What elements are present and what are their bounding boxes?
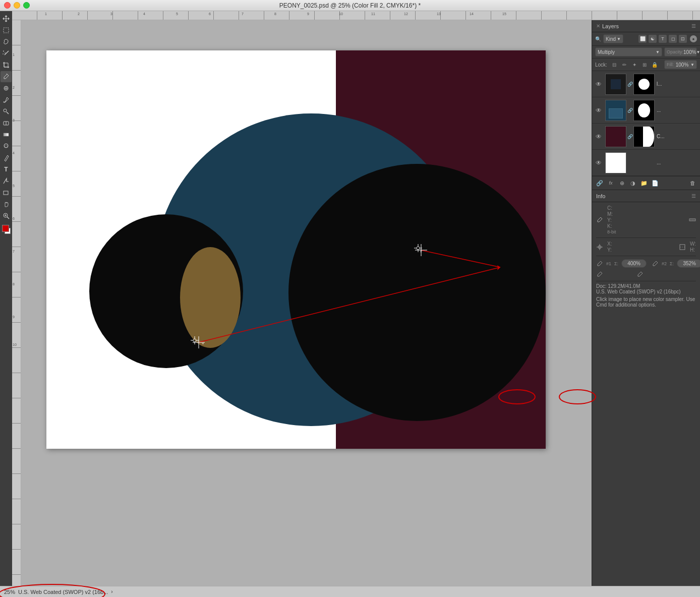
layers-panel-icons: ☰ bbox=[691, 23, 696, 29]
window-controls[interactable] bbox=[4, 2, 30, 9]
filter-pixel-icon[interactable]: ⬜ bbox=[638, 35, 647, 43]
info-m-label: M: bbox=[607, 211, 613, 217]
info-ruler-icon bbox=[689, 205, 696, 234]
tool-zoom[interactable] bbox=[1, 210, 12, 221]
info-color-section: C: M: Y: K: bbox=[596, 205, 696, 234]
lock-all-icon[interactable]: 🔒 bbox=[651, 61, 659, 69]
layer-link-3: 🔗 bbox=[627, 134, 632, 139]
svg-point-13 bbox=[4, 109, 7, 112]
tool-eyedropper[interactable] bbox=[1, 71, 12, 82]
tool-clone[interactable] bbox=[1, 106, 12, 117]
layer-row[interactable]: 👁 🔗 l... bbox=[592, 71, 700, 97]
canvas-area[interactable]: + bbox=[21, 20, 592, 597]
tool-hand[interactable] bbox=[1, 199, 12, 210]
fill-control[interactable]: Fill: 100% ▼ bbox=[664, 60, 697, 69]
fill-value: 100% bbox=[676, 62, 689, 68]
info-tip-text: Click image to place new color sampler. … bbox=[596, 296, 695, 308]
layer-row[interactable]: 👁 🔗 ... bbox=[592, 150, 700, 176]
info-x-label: X: bbox=[607, 241, 612, 247]
lock-move-icon[interactable]: ✦ bbox=[630, 61, 638, 69]
collapse-icon[interactable]: ✕ bbox=[596, 23, 600, 29]
blend-mode-row: Multiply ▼ Opacity: 100% ▼ bbox=[592, 46, 700, 58]
tool-pen[interactable] bbox=[1, 152, 12, 163]
layers-filter-row: 🔍 Kind ▼ ⬜ ☯ T ◻ ⊡ ● bbox=[592, 32, 700, 46]
layer-adjustment-icon[interactable]: ◑ bbox=[628, 178, 637, 188]
filter-smart-icon[interactable]: ⊡ bbox=[679, 35, 687, 43]
layers-bottom-toolbar: 🔗 fx ⊕ ◑ 📁 📄 🗑 bbox=[592, 176, 700, 190]
window-title: PEONY_0025.psd @ 25% (Color Fill 2, CMYK… bbox=[279, 2, 421, 9]
blend-mode-dropdown[interactable]: Multiply ▼ bbox=[595, 47, 662, 56]
layer-fx-icon[interactable]: fx bbox=[606, 178, 615, 188]
lock-pixels-icon[interactable]: ⊟ bbox=[610, 61, 618, 69]
tool-brush[interactable] bbox=[1, 94, 12, 105]
tool-heal[interactable] bbox=[1, 83, 12, 94]
layer-row[interactable]: 👁 🔗 ... bbox=[592, 97, 700, 124]
sampler1-number: #1 bbox=[606, 261, 611, 266]
filter-toggle[interactable]: ● bbox=[690, 35, 697, 42]
tool-magic-wand[interactable] bbox=[1, 48, 12, 59]
layer-visibility-4[interactable]: 👁 bbox=[594, 158, 603, 167]
sampler2-sigma: Σ: bbox=[670, 261, 674, 266]
layer-visibility-1[interactable]: 👁 bbox=[594, 80, 603, 89]
kind-dropdown-arrow: ▼ bbox=[617, 37, 621, 41]
blend-mode-value: Multiply bbox=[598, 49, 615, 55]
info-menu-icon[interactable]: ☰ bbox=[691, 193, 696, 199]
layer-link-bottom-icon[interactable]: 🔗 bbox=[595, 178, 604, 188]
close-button[interactable] bbox=[4, 2, 11, 9]
layer-name-3: C... bbox=[657, 134, 698, 139]
info-wh-icon bbox=[679, 241, 686, 253]
layer-row[interactable]: 👁 🔗 C... bbox=[592, 124, 700, 150]
lock-artboard-icon[interactable]: ⊞ bbox=[640, 61, 649, 69]
sampler2-value: 352% bbox=[677, 259, 700, 268]
info-color-values: C: M: Y: K: bbox=[607, 205, 616, 234]
layer-group-icon[interactable]: 📁 bbox=[639, 178, 649, 188]
layer-visibility-2[interactable]: 👁 bbox=[594, 106, 603, 115]
layer-mask-circle-icon[interactable]: ⊕ bbox=[617, 178, 626, 188]
info-position-section: X: Y: W: H: bbox=[596, 237, 696, 253]
layers-panel-title: Layers bbox=[602, 23, 619, 29]
tool-shape[interactable] bbox=[1, 187, 12, 198]
kind-dropdown[interactable]: Kind ▼ bbox=[603, 34, 623, 43]
info-bit-label: 8-bit bbox=[607, 229, 616, 234]
search-icon: 🔍 bbox=[595, 36, 601, 42]
tool-eraser[interactable] bbox=[1, 117, 12, 129]
color-chips[interactable] bbox=[1, 224, 12, 235]
layer-name-1: l... bbox=[657, 81, 698, 87]
layers-panel: ✕ Layers ☰ 🔍 Kind ▼ bbox=[592, 20, 700, 190]
tool-move[interactable] bbox=[1, 13, 12, 24]
lock-position-icon[interactable]: ✏ bbox=[620, 61, 628, 69]
svg-rect-16 bbox=[4, 133, 9, 136]
tool-crop[interactable] bbox=[1, 59, 12, 71]
tool-type[interactable]: T bbox=[1, 164, 12, 175]
layer-create-icon[interactable]: 📄 bbox=[651, 178, 660, 188]
layer-delete-icon[interactable]: 🗑 bbox=[688, 178, 697, 188]
filter-text-icon[interactable]: T bbox=[659, 35, 667, 43]
horizontal-ruler: 1 2 3 4 5 6 7 8 9 10 11 12 13 14 15 bbox=[12, 11, 700, 20]
layer-visibility-3[interactable]: 👁 bbox=[594, 132, 603, 141]
shape-gold bbox=[180, 247, 241, 348]
layers-menu-icon[interactable]: ☰ bbox=[691, 23, 696, 29]
info-k-label: K: bbox=[607, 223, 612, 229]
layer-thumb-3 bbox=[605, 126, 626, 147]
info-panel-title: Info bbox=[596, 193, 605, 199]
tool-lasso[interactable] bbox=[1, 36, 12, 47]
tool-gradient[interactable] bbox=[1, 129, 12, 140]
info-samplers-icons-row bbox=[596, 271, 696, 278]
layer-thumb-mask-3 bbox=[633, 126, 655, 147]
foreground-color[interactable] bbox=[2, 225, 9, 232]
opacity-label: Opacity: bbox=[667, 49, 683, 54]
maximize-button[interactable] bbox=[23, 2, 30, 9]
filter-shape-icon[interactable]: ◻ bbox=[669, 35, 677, 43]
vertical-ruler: 1 2 3 4 5 6 7 8 9 10 bbox=[12, 20, 21, 597]
tool-path-select[interactable] bbox=[1, 175, 12, 187]
tool-marquee[interactable] bbox=[1, 25, 12, 36]
minimize-button[interactable] bbox=[14, 2, 20, 9]
tool-blur[interactable] bbox=[1, 141, 12, 152]
fill-label: Fill: bbox=[667, 62, 674, 67]
filter-icons: ⬜ ☯ T ◻ ⊡ bbox=[638, 35, 687, 43]
opacity-control[interactable]: Opacity: 100% ▼ bbox=[664, 47, 697, 56]
layer-thumb-group-4: 🔗 bbox=[605, 152, 655, 173]
filter-adjust-icon[interactable]: ☯ bbox=[649, 35, 657, 43]
layer-name-2: ... bbox=[657, 107, 698, 113]
status-arrow[interactable]: › bbox=[111, 589, 112, 594]
